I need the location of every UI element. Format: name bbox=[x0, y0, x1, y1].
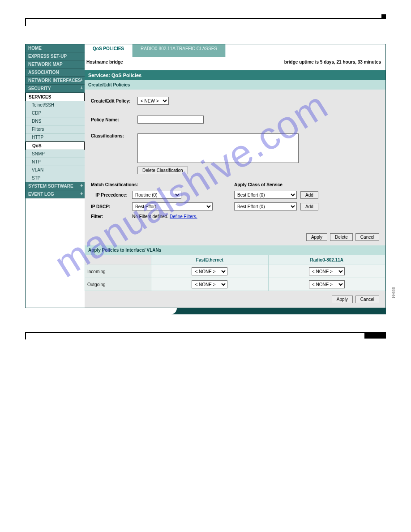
nav-system-software[interactable]: SYSTEM SOFTWARE+ bbox=[26, 182, 85, 190]
side-figure-id: 88944 bbox=[391, 287, 396, 298]
iface-header-fastethernet: FastEthernet bbox=[151, 255, 268, 265]
hostname-uptime-row: Hostname bridge bridge uptime is 5 days,… bbox=[85, 57, 385, 70]
ip-precedence-label: IP Precedence: bbox=[91, 193, 132, 197]
interface-buttons: Apply Cancel bbox=[85, 291, 385, 308]
classifications-label: Classifications: bbox=[91, 133, 137, 138]
nav-telnet-ssh[interactable]: Telnet/SSH bbox=[26, 101, 85, 109]
nav-security[interactable]: SECURITY+ bbox=[26, 85, 85, 93]
nav-home[interactable]: HOME bbox=[26, 44, 85, 52]
outgoing-radio-select[interactable]: < NONE > bbox=[309, 280, 345, 288]
ip-dscp-label: IP DSCP: bbox=[91, 204, 132, 209]
incoming-row-label: Incoming bbox=[85, 265, 151, 278]
define-filters-link[interactable]: Define Filters. bbox=[170, 214, 197, 219]
nav-express-setup[interactable]: EXPRESS SET-UP bbox=[26, 52, 85, 60]
iface-header-blank bbox=[85, 255, 151, 265]
tab-qos-policies[interactable]: QoS POLICIES bbox=[85, 44, 133, 57]
page-header-rule bbox=[25, 18, 386, 26]
policy-panel: Create/Edit Policy: < NEW > Policy Name:… bbox=[85, 90, 385, 229]
nav-cdp[interactable]: CDP bbox=[26, 109, 85, 117]
ip-dscp-select[interactable]: Best Effort bbox=[132, 202, 213, 210]
page-footer-rule bbox=[25, 332, 386, 339]
policy-name-input[interactable] bbox=[137, 116, 204, 124]
footer-swoosh bbox=[25, 308, 386, 314]
nav-event-log-label: EVENT LOG bbox=[28, 192, 54, 197]
cancel-interface-button[interactable]: Cancel bbox=[355, 296, 379, 303]
nav-event-log[interactable]: EVENT LOG+ bbox=[26, 190, 85, 198]
nav-security-label: SECURITY bbox=[28, 86, 51, 91]
create-edit-policy-label: Create/Edit Policy: bbox=[91, 99, 137, 103]
iface-header-radio: Radio0-802.11A bbox=[268, 255, 385, 265]
outgoing-row-label: Outgoing bbox=[85, 278, 151, 291]
interface-table: FastEthernet Radio0-802.11A Incoming < N… bbox=[85, 255, 385, 291]
nav-snmp[interactable]: SNMP bbox=[26, 150, 85, 158]
add-cos-2-button[interactable]: Add bbox=[300, 203, 318, 210]
nav-filters[interactable]: Filters bbox=[26, 125, 85, 133]
add-cos-1-button[interactable]: Add bbox=[300, 191, 318, 199]
sidebar-fill bbox=[26, 198, 85, 308]
tab-row: QoS POLICIES RADIO0-802.11A TRAFFIC CLAS… bbox=[85, 44, 385, 57]
sidebar-nav: HOME EXPRESS SET-UP NETWORK MAP ASSOCIAT… bbox=[26, 44, 85, 308]
hostname-label: Hostname bridge bbox=[86, 60, 123, 64]
nav-network-map[interactable]: NETWORK MAP bbox=[26, 60, 85, 69]
incoming-radio-select[interactable]: < NONE > bbox=[309, 267, 345, 275]
nav-vlan[interactable]: VLAN bbox=[26, 166, 85, 174]
subhead-create-edit-policies: Create/Edit Policies bbox=[85, 80, 385, 90]
nav-http[interactable]: HTTP bbox=[26, 133, 85, 142]
incoming-fastethernet-select[interactable]: < NONE > bbox=[192, 267, 227, 275]
nav-network-interfaces[interactable]: NETWORK INTERFACES+ bbox=[26, 77, 85, 85]
section-title-services-qos: Services: QoS Policies bbox=[85, 70, 385, 80]
ip-precedence-select[interactable]: Routine (0) bbox=[132, 191, 181, 199]
app-frame: HOME EXPRESS SET-UP NETWORK MAP ASSOCIAT… bbox=[25, 44, 386, 308]
nav-stp[interactable]: STP bbox=[26, 174, 85, 182]
main-pane: QoS POLICIES RADIO0-802.11A TRAFFIC CLAS… bbox=[85, 44, 385, 308]
filter-label: Filter: bbox=[91, 214, 132, 219]
uptime-label: bridge uptime is 5 days, 21 hours, 33 mi… bbox=[284, 60, 381, 64]
nav-network-interfaces-label: NETWORK INTERFACES bbox=[28, 78, 81, 83]
tab-radio-traffic-classes[interactable]: RADIO0-802.11A TRAFFIC CLASSES bbox=[133, 44, 226, 57]
expand-icon: + bbox=[80, 86, 83, 90]
policy-name-label: Policy Name: bbox=[91, 117, 137, 122]
apply-policy-button[interactable]: Apply bbox=[306, 233, 327, 241]
delete-classification-button[interactable]: Delete Classification bbox=[137, 167, 188, 174]
nav-association[interactable]: ASSOCIATION bbox=[26, 69, 85, 77]
create-edit-policy-select[interactable]: < NEW > bbox=[137, 97, 169, 105]
cos-ip-dscp-select[interactable]: Best Effort (0) bbox=[234, 202, 297, 210]
apply-interface-button[interactable]: Apply bbox=[332, 296, 353, 303]
delete-policy-button[interactable]: Delete bbox=[330, 233, 353, 241]
cancel-policy-button[interactable]: Cancel bbox=[355, 233, 379, 241]
subhead-apply-to-vlan: Apply Policies to Interface/ VLANs bbox=[85, 245, 385, 255]
policy-buttons: Apply Delete Cancel bbox=[85, 229, 385, 245]
classifications-list[interactable] bbox=[137, 133, 299, 163]
nav-system-software-label: SYSTEM SOFTWARE bbox=[28, 184, 73, 189]
expand-icon: + bbox=[80, 77, 83, 82]
apply-cos-label: Apply Class of Service bbox=[234, 182, 379, 187]
nav-services[interactable]: SERVICES bbox=[26, 93, 85, 101]
nav-ntp[interactable]: NTP bbox=[26, 158, 85, 166]
outgoing-fastethernet-select[interactable]: < NONE > bbox=[192, 280, 227, 288]
nav-qos[interactable]: QoS bbox=[26, 142, 85, 150]
no-filters-text: No Filters defined. bbox=[132, 214, 168, 219]
expand-icon: + bbox=[80, 191, 83, 196]
nav-dns[interactable]: DNS bbox=[26, 117, 85, 125]
expand-icon: + bbox=[80, 183, 83, 188]
cos-ip-precedence-select[interactable]: Best Effort (0) bbox=[234, 191, 297, 199]
match-classifications-label: Match Classifications: bbox=[91, 182, 221, 187]
